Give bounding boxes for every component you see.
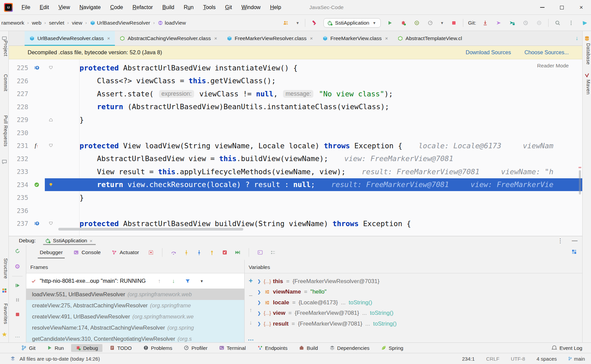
ide-play-logo-button[interactable] — [580, 19, 589, 27]
horizontal-scrollbar[interactable] — [58, 228, 243, 231]
variable-row[interactable]: ❯{…}view={FreeMarkerView@7081}...toStrin… — [257, 308, 582, 319]
more-vertical-button[interactable] — [567, 19, 576, 27]
stack-frame-row[interactable]: loadView:551, UrlBasedViewResolver(org.s… — [26, 289, 244, 300]
fold-open-icon[interactable] — [49, 144, 53, 148]
line-separator[interactable]: CRLF — [486, 356, 499, 362]
run-to-cursor-button[interactable] — [232, 247, 243, 257]
menu-window[interactable]: Window — [237, 3, 265, 12]
menu-code[interactable]: Code — [106, 3, 127, 12]
breadcrumb-item[interactable]: loadView — [157, 19, 187, 27]
debug-tab-actuator[interactable]: Actuator — [107, 246, 143, 259]
close-session-icon[interactable]: × — [90, 238, 93, 244]
code-line[interactable]: 225protected AbstractUrlBasedView instan… — [9, 61, 582, 74]
tostring-link[interactable]: toString() — [349, 299, 372, 306]
toolwindow-button-spring[interactable]: Spring — [377, 344, 408, 352]
toolwindow-button-git[interactable]: Git — [17, 344, 40, 352]
services-icon[interactable] — [2, 288, 7, 295]
editor-tab[interactable]: UrlBasedViewResolver.class× — [25, 31, 115, 46]
more-teal-button[interactable]: ⋯ — [248, 337, 253, 343]
build-hammer-button[interactable] — [310, 19, 319, 27]
arrow-down-green-icon[interactable]: ↓ — [171, 278, 176, 284]
star-icon[interactable] — [2, 332, 7, 338]
toolwindow-button-project[interactable]: Project — [0, 40, 8, 56]
fold-open-icon[interactable] — [49, 221, 53, 225]
reader-mode-toggle[interactable]: Reader Mode — [537, 63, 569, 69]
code-line[interactable]: 236 — [9, 204, 582, 217]
menu-file[interactable]: File — [18, 3, 34, 12]
update-project-button[interactable] — [481, 19, 490, 27]
layout-grid-button[interactable] — [571, 249, 577, 256]
stack-frame-row[interactable]: getCandidateViews:310, ContentNegotiatin… — [26, 333, 244, 342]
pause-button[interactable] — [15, 297, 20, 304]
layout-settings-button[interactable] — [268, 247, 278, 257]
debug-tab-console[interactable]: Console — [69, 246, 105, 259]
menu-navigate[interactable]: Navigate — [75, 3, 105, 12]
toolwindow-button-event-log[interactable]: Event Log — [548, 344, 586, 352]
toolwindow-button-todo[interactable]: TODO — [105, 344, 136, 352]
funnel-icon[interactable] — [185, 278, 190, 284]
menu-tools[interactable]: Tools — [199, 3, 220, 12]
history-button[interactable] — [521, 19, 530, 27]
tab-close-icon[interactable]: × — [107, 35, 110, 41]
overridden-method-icon[interactable]: f↑ — [35, 142, 38, 149]
add-button[interactable]: + — [248, 278, 253, 285]
expand-chevron-icon[interactable]: ❯ — [257, 290, 261, 295]
menu-help[interactable]: Help — [266, 3, 285, 12]
breadcrumb-item[interactable]: UrlBasedViewResolver — [89, 19, 151, 27]
stop-button[interactable] — [449, 19, 458, 27]
stack-frame-row[interactable]: createView:491, UrlBasedViewResolver(org… — [26, 311, 244, 322]
toolwindow-button-endpoints[interactable]: Endpoints — [253, 344, 292, 352]
settings-gear-button[interactable]: ⚙ — [15, 264, 20, 270]
toolwindow-button-terminal[interactable]: Terminal — [215, 344, 250, 352]
editor-tab[interactable]: FreeMarkerViewResolver.class× — [222, 31, 318, 46]
error-stripe-mark[interactable] — [579, 167, 581, 168]
code-line[interactable]: 231f↑protected View loadView(String view… — [9, 139, 582, 152]
menu-run[interactable]: Run — [180, 3, 197, 12]
expand-chevron-icon[interactable]: ❯ — [257, 311, 261, 316]
minimize-button[interactable] — [532, 0, 552, 15]
toolwindow-button-structure[interactable]: Structure — [0, 258, 8, 279]
more-horizontal-button[interactable]: ⋯ — [15, 334, 20, 340]
toolwindow-button-maven[interactable]: Maven — [583, 80, 591, 95]
maven-check-icon[interactable] — [584, 73, 590, 80]
toolwindow-button-favorites[interactable]: Favorites — [0, 303, 8, 324]
overriding-icon[interactable] — [34, 65, 39, 70]
debug-tab-debugger[interactable]: Debugger — [36, 246, 67, 259]
maximize-button[interactable] — [552, 0, 571, 15]
collaboration-button[interactable] — [281, 19, 290, 27]
drop-frame-button[interactable] — [220, 247, 230, 257]
caret-position[interactable]: 234:1 — [462, 356, 475, 362]
toolwindow-button-profiler[interactable]: Profiler — [179, 344, 212, 352]
push-button[interactable] — [494, 19, 503, 27]
expand-chevron-icon[interactable]: ❯ — [257, 300, 261, 305]
menu-build[interactable]: Build — [158, 3, 179, 12]
tostring-link[interactable]: toString() — [370, 310, 394, 316]
code-line[interactable]: 229} — [9, 113, 582, 126]
git-branch-widget[interactable]: main — [568, 356, 585, 362]
variable-row[interactable]: ❯{…}this={FreeMarkerViewResolver@7031} — [257, 276, 582, 287]
search-button[interactable] — [553, 19, 562, 27]
toolwindow-button-problems[interactable]: Problems — [139, 344, 177, 352]
view-breakpoints-button[interactable] — [146, 247, 156, 257]
variable-row[interactable]: ❯viewName="hello" — [257, 287, 582, 298]
toolwindow-button-dependencies[interactable]: Dependencies — [325, 344, 374, 352]
rerun-button[interactable] — [15, 248, 20, 255]
thread-selector[interactable]: "http-nio-8081-exe...oup "main": RUNNING… — [26, 273, 244, 289]
commit-and-push-button[interactable] — [508, 19, 517, 27]
vertical-scrollbar[interactable] — [579, 170, 581, 194]
move-down-button[interactable]: ↓ — [248, 320, 253, 326]
evaluate-expression-button[interactable] — [255, 247, 265, 257]
menu-edit[interactable]: Edit — [36, 3, 53, 12]
variable-row[interactable]: ❯locale={Locale@6173}...toString() — [257, 297, 582, 308]
step-into-button[interactable] — [181, 247, 191, 257]
move-up-button[interactable]: ↑ — [248, 307, 253, 314]
remove-button[interactable]: − — [248, 293, 253, 300]
force-step-into-button[interactable] — [194, 247, 204, 257]
arrow-up-gray-icon[interactable]: ↑ — [157, 278, 162, 284]
run-config-selector[interactable]: SstiApplication▼ — [323, 18, 381, 28]
rollback-button[interactable] — [535, 19, 543, 27]
code-line[interactable]: 233 View result = this.applyLifecycleMet… — [9, 165, 582, 178]
code-line[interactable]: 235} — [9, 191, 582, 204]
stack-frame-row[interactable]: createView:275, AbstractCachingViewResol… — [26, 300, 244, 311]
code-line[interactable]: 228 return (AbstractUrlBasedView)BeanUti… — [9, 100, 582, 114]
